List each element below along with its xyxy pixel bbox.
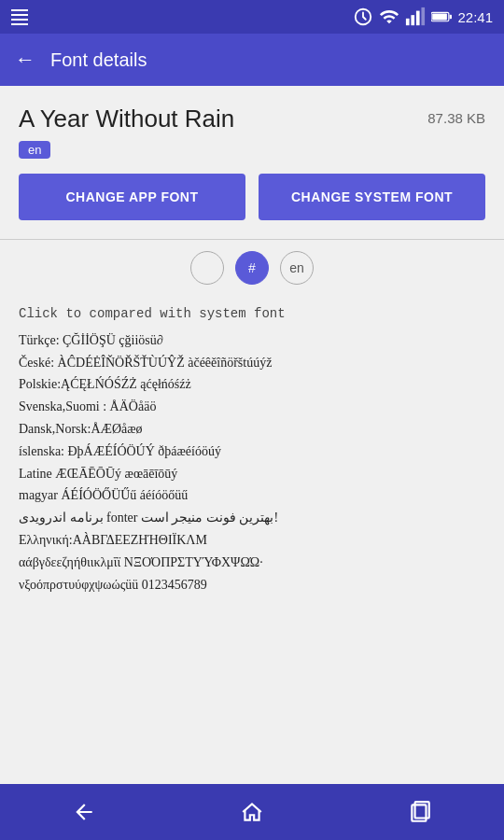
nav-home-button[interactable] — [224, 793, 280, 831]
preview-text: Click to compared with system font Türkç… — [19, 303, 485, 595]
clock-icon — [353, 7, 373, 27]
font-info: A Year Without Rain 87.38 KB — [0, 86, 504, 141]
click-note: Click to compared with system font — [19, 303, 485, 326]
svg-rect-3 — [416, 11, 420, 26]
battery-icon — [431, 7, 452, 27]
preview-line: Svenska,Suomi : ÅÄÖåäö — [19, 396, 485, 418]
preview-area[interactable]: Click to compared with system font Türkç… — [0, 296, 504, 784]
nav-recents-button[interactable] — [392, 793, 448, 831]
recents-icon — [408, 800, 432, 824]
svg-rect-1 — [406, 19, 410, 25]
preview-line: České: ÀĈDÉĖÎŇÖŘŠŤÙÚŶŽ àčéêěîñöřštúúýž — [19, 352, 485, 374]
app-bar-title: Font details — [50, 49, 147, 71]
preview-line: Türkçe: ÇĞİİÖŞÜ çğiiösü∂ — [19, 329, 485, 352]
svg-rect-2 — [412, 15, 415, 25]
status-bar: 22:41 — [0, 0, 504, 34]
tab-circle-empty[interactable] — [190, 251, 224, 285]
svg-rect-6 — [450, 15, 452, 20]
font-size: 87.38 KB — [427, 110, 485, 126]
svg-rect-4 — [422, 7, 426, 25]
preview-line: Dansk,Norsk:ÅÆØåæø — [19, 418, 485, 441]
nav-back-button[interactable] — [56, 793, 112, 831]
status-bar-right: 22:41 — [353, 7, 493, 27]
main-content: A Year Without Rain 87.38 KB en CHANGE A… — [0, 86, 504, 784]
hamburger-icon — [11, 9, 28, 25]
back-button[interactable]: ← — [15, 48, 35, 72]
preview-line: Latine ÆŒĀĒŌŪý æœāēīōūý — [19, 463, 485, 485]
language-badge: en — [19, 141, 50, 159]
app-bar: ← Font details — [0, 34, 504, 86]
signal-icon — [405, 7, 426, 27]
change-app-font-button[interactable]: CHANGE APP FONT — [19, 174, 245, 220]
bottom-nav — [0, 784, 504, 840]
font-name: A Year Without Rain — [19, 105, 234, 133]
change-system-font-button[interactable]: CHANGE SYSTEM FONT — [259, 174, 485, 220]
lang-badge-row: en — [0, 141, 504, 174]
buttons-row: CHANGE APP FONT CHANGE SYSTEM FONT — [0, 174, 504, 239]
preview-line: αάβγδεεζηήθιικλμΐϊ ΝΞΟΌΠΡΣΤΥΎΦΧΨΩΏ· — [19, 552, 485, 574]
preview-line: Ελληνική:ΑÀΒΓΔΕΕΖΗΉΘΙΪΚΛΜ — [19, 529, 485, 552]
back-arrow-icon — [72, 800, 96, 824]
svg-rect-7 — [433, 13, 448, 20]
preview-line: νξοόπρστυύφχψωώςüü 0123456789 — [19, 574, 485, 596]
preview-line: íslenska: ÐþÁÆÉÍÓÖÚÝ ðþáæéíóöúý — [19, 441, 485, 463]
tab-hash[interactable]: # — [235, 251, 269, 285]
preview-line: magyar ÁÉÍÓÖŐÜŰű áéíóöőüű — [19, 484, 485, 507]
tab-row: # en — [0, 240, 504, 296]
time-display: 22:41 — [457, 9, 493, 25]
status-bar-left — [11, 9, 28, 25]
preview-lines: Türkçe: ÇĞİİÖŞÜ çğiiösü∂České: ÀĈDÉĖÎŇÖŘ… — [19, 329, 485, 596]
tab-en[interactable]: en — [280, 251, 314, 285]
preview-line: Polskie:ĄĆĘŁŃÓŚŹŻ ąćęłńóśźż — [19, 373, 485, 396]
home-icon — [240, 800, 264, 824]
wifi-icon — [379, 7, 399, 27]
preview-line: برنامه اندرویدی fonter بهترین فونت منیجر… — [19, 507, 485, 529]
